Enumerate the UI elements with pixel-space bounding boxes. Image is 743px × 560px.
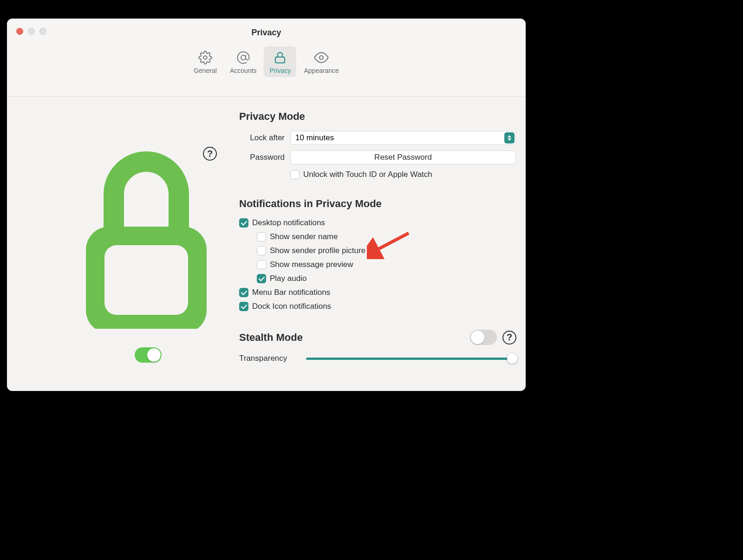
lock-icon bbox=[273, 50, 287, 65]
show-sender-picture-row: Show sender profile picture bbox=[257, 246, 516, 255]
svg-rect-2 bbox=[275, 57, 285, 63]
tab-accounts[interactable]: Accounts bbox=[224, 46, 262, 77]
transparency-slider[interactable] bbox=[306, 353, 516, 364]
show-sender-name-checkbox[interactable] bbox=[257, 232, 266, 241]
svg-point-1 bbox=[241, 55, 246, 60]
settings-panel: Privacy Mode Lock after 10 minutes Passw… bbox=[239, 97, 526, 391]
stealth-mode-row: Stealth Mode ? bbox=[239, 330, 516, 345]
slider-thumb bbox=[507, 353, 517, 364]
privacy-mode-toggle[interactable] bbox=[135, 347, 162, 363]
show-sender-name-row: Show sender name bbox=[257, 232, 516, 241]
chevron-updown-icon bbox=[504, 132, 515, 143]
unlock-touchid-checkbox[interactable] bbox=[290, 170, 300, 179]
transparency-row: Transparency bbox=[239, 353, 516, 364]
dock-icon-notifications-label: Dock Icon notifications bbox=[252, 302, 331, 311]
dock-icon-notifications-checkbox[interactable] bbox=[239, 302, 248, 311]
preferences-window: Privacy General Accounts Privacy bbox=[7, 19, 526, 391]
password-row: Password Reset Password bbox=[239, 150, 516, 164]
notifications-heading: Notifications in Privacy Mode bbox=[239, 198, 516, 210]
show-message-preview-checkbox[interactable] bbox=[257, 260, 266, 269]
tab-label: Accounts bbox=[230, 67, 257, 74]
tab-privacy[interactable]: Privacy bbox=[264, 46, 296, 77]
reset-password-button[interactable]: Reset Password bbox=[290, 150, 516, 164]
play-audio-checkbox[interactable] bbox=[257, 274, 266, 283]
show-sender-name-label: Show sender name bbox=[270, 232, 338, 241]
desktop-notifications-label: Desktop notifications bbox=[252, 218, 325, 228]
svg-rect-5 bbox=[104, 245, 188, 315]
desktop-notifications-row: Desktop notifications bbox=[239, 218, 516, 228]
eye-icon bbox=[314, 50, 329, 65]
tab-label: General bbox=[194, 67, 217, 74]
tab-appearance[interactable]: Appearance bbox=[298, 46, 345, 77]
content-area: ? Privacy Mode Lock after 10 minutes bbox=[7, 97, 526, 391]
unlock-touchid-row: Unlock with Touch ID or Apple Watch bbox=[290, 170, 516, 179]
lock-after-select[interactable]: 10 minutes bbox=[290, 131, 516, 145]
lock-after-row: Lock after 10 minutes bbox=[239, 131, 516, 145]
privacy-mode-heading: Privacy Mode bbox=[239, 111, 516, 123]
show-message-preview-row: Show message preview bbox=[257, 260, 516, 269]
tab-label: Appearance bbox=[304, 67, 339, 74]
svg-point-3 bbox=[319, 56, 323, 59]
privacy-illustration-panel: ? bbox=[7, 97, 239, 391]
privacy-lock-illustration bbox=[81, 143, 211, 331]
lock-after-value: 10 minutes bbox=[295, 133, 334, 143]
svg-point-0 bbox=[203, 56, 207, 59]
tab-label: Privacy bbox=[269, 67, 291, 74]
desktop-notifications-checkbox[interactable] bbox=[239, 218, 248, 228]
stealth-mode-heading: Stealth Mode bbox=[239, 332, 464, 344]
show-sender-picture-checkbox[interactable] bbox=[257, 246, 266, 255]
play-audio-label: Play audio bbox=[270, 274, 306, 283]
slider-track bbox=[306, 358, 516, 360]
transparency-label: Transparency bbox=[239, 354, 300, 363]
dock-icon-notifications-row: Dock Icon notifications bbox=[239, 302, 516, 311]
window-title: Privacy bbox=[7, 28, 526, 38]
at-icon bbox=[236, 50, 251, 65]
menu-bar-notifications-label: Menu Bar notifications bbox=[252, 288, 330, 297]
titlebar: Privacy General Accounts Privacy bbox=[7, 19, 526, 97]
menu-bar-notifications-row: Menu Bar notifications bbox=[239, 288, 516, 297]
show-sender-picture-label: Show sender profile picture bbox=[270, 246, 365, 255]
password-label: Password bbox=[239, 153, 290, 162]
unlock-touchid-label: Unlock with Touch ID or Apple Watch bbox=[303, 170, 432, 179]
help-icon[interactable]: ? bbox=[502, 331, 516, 345]
gear-icon bbox=[198, 50, 213, 65]
tab-general[interactable]: General bbox=[188, 46, 222, 77]
preferences-tabs: General Accounts Privacy Appearance bbox=[7, 46, 526, 77]
play-audio-row: Play audio bbox=[257, 274, 516, 283]
show-message-preview-label: Show message preview bbox=[270, 260, 353, 269]
stealth-mode-toggle[interactable] bbox=[470, 330, 497, 345]
lock-after-label: Lock after bbox=[239, 133, 290, 143]
menu-bar-notifications-checkbox[interactable] bbox=[239, 288, 248, 297]
